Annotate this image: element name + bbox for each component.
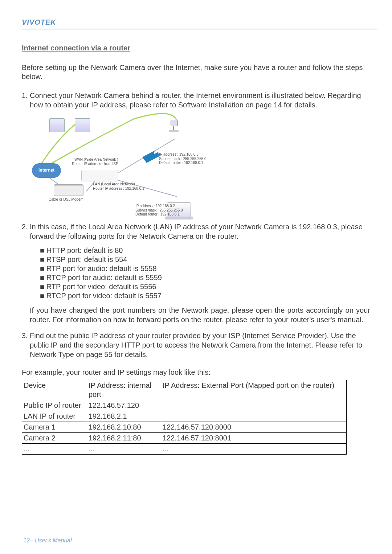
cell-external: 122.146.57.120:8000: [161, 422, 347, 433]
internet-label: Internet: [38, 168, 54, 173]
cell-device: Camera 2: [22, 433, 87, 444]
laptop-label: IP address : 192.168.0.2 Subnet mask : 2…: [135, 204, 183, 217]
list-item: RTP port for audio: default is 5558: [40, 264, 370, 273]
step-1-text: Connect your Network Camera behind a rou…: [30, 91, 361, 109]
cell-internal: 192.168.2.10:80: [87, 422, 161, 433]
list-item: HTTP port: default is 80: [40, 246, 370, 255]
table-row: Camera 2 192.168.2.11:80 122.146.57.120:…: [22, 433, 347, 444]
port-list: HTTP port: default is 80 RTSP port: defa…: [30, 246, 370, 300]
list-item: RTCP port for video: default is 5557: [40, 291, 370, 300]
cell-external: [161, 411, 347, 422]
cell-device: Camera 1: [22, 422, 87, 433]
cell-device: LAN IP of router: [22, 411, 87, 422]
table-row: Public IP of router 122.146.57.120: [22, 400, 347, 411]
network-diagram: IP address : 192.168.0.3 Subnet mask : 2…: [32, 113, 235, 215]
page-footer: 12 - User's Manual: [23, 537, 72, 544]
table-row: LAN IP of router 192.168.2.1: [22, 411, 347, 422]
internet-cloud-icon: Internet: [32, 163, 61, 178]
th-device: Device: [22, 380, 87, 400]
router-icon: [81, 170, 118, 181]
table-row: ... ... ...: [22, 444, 347, 455]
manual-page: VIVOTEK Internet connection via a router…: [0, 0, 392, 554]
th-external: IP Address: External Port (Mapped port o…: [161, 380, 347, 400]
step-3: Find out the public IP address of your r…: [30, 331, 370, 359]
pc2-icon: [75, 118, 90, 132]
cell-internal: 192.168.2.11:80: [87, 433, 161, 444]
th-internal: IP Address: internal port: [87, 380, 161, 400]
step-2-tail: If you have changed the port numbers on …: [30, 305, 370, 324]
list-item: RTCP port for audio: default is 5559: [40, 273, 370, 282]
list-item: RTP port for video: default is 5556: [40, 282, 370, 291]
modem-icon: [54, 184, 83, 196]
brand-label: VIVOTEK: [22, 18, 370, 29]
lan-label: LAN (Local Area Network) Router IP addre…: [93, 182, 144, 190]
wan-label: WAN (Wide Area Network ) Router IP addre…: [72, 157, 118, 166]
svg-marker-0: [142, 151, 159, 163]
step-2-text: In this case, if the Local Area Network …: [30, 223, 363, 240]
camera-icon: [166, 120, 181, 132]
cell-device: ...: [22, 444, 87, 455]
intro-paragraph: Before setting up the Network Camera ove…: [22, 63, 370, 81]
cell-internal: ...: [87, 444, 161, 455]
example-intro: For example, your router and IP settings…: [22, 368, 370, 377]
table-row: Camera 1 192.168.2.10:80 122.146.57.120:…: [22, 422, 347, 433]
cell-external: [161, 400, 347, 411]
cell-external: ...: [161, 444, 347, 455]
step-2: In this case, if the Local Area Network …: [30, 222, 370, 324]
modem-label: Cable or DSL Modem: [49, 197, 83, 202]
cell-device: Public IP of router: [22, 400, 87, 411]
step-1: Connect your Network Camera behind a rou…: [30, 91, 370, 215]
step-3-text: Find out the public IP address of your r…: [30, 332, 362, 358]
table-header-row: Device IP Address: internal port IP Addr…: [22, 380, 347, 400]
cell-external: 122.146.57.120:8001: [161, 433, 347, 444]
steps-list: Connect your Network Camera behind a rou…: [22, 91, 370, 359]
brand-divider: [22, 29, 377, 29]
camera-label: IP address : 192.168.0.3 Subnet mask : 2…: [159, 152, 207, 165]
section-heading: Internet connection via a router: [22, 44, 370, 52]
ip-settings-table: Device IP Address: internal port IP Addr…: [22, 380, 347, 455]
cell-internal: 122.146.57.120: [87, 400, 161, 411]
pc1-icon: [49, 118, 65, 132]
cell-internal: 192.168.2.1: [87, 411, 161, 422]
list-item: RTSP port: default is 554: [40, 255, 370, 264]
